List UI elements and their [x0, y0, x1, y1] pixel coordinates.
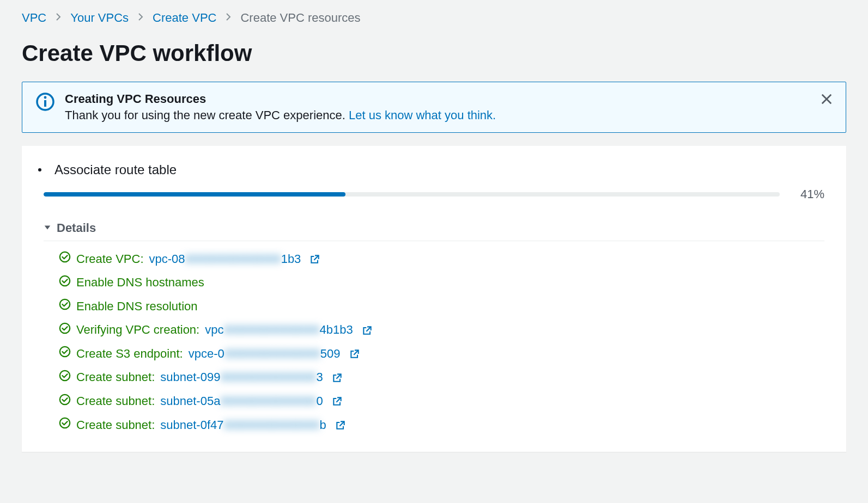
spinner-icon [38, 168, 41, 171]
step-text: Enable DNS resolution [76, 299, 198, 315]
svg-point-6 [60, 323, 70, 333]
chevron-right-icon [54, 13, 63, 24]
resource-link[interactable]: vpc-08XXXXXXXXXXXX1b3 [149, 252, 301, 267]
external-link-icon[interactable] [349, 348, 360, 359]
details-list: Create VPC: vpc-08XXXXXXXXXXXX1b3Enable … [44, 241, 824, 433]
svg-rect-1 [44, 100, 46, 107]
alert-text: Thank you for using the new create VPC e… [65, 108, 833, 122]
step-text: Create subnet: [76, 370, 155, 385]
progress-bar [44, 192, 780, 197]
details-step: Create subnet: subnet-0f47XXXXXXXXXXXXb [59, 417, 824, 433]
step-text: Create subnet: [76, 394, 155, 409]
progress-percent: 41% [792, 187, 824, 201]
breadcrumb: VPC Your VPCs Create VPC Create VPC reso… [22, 11, 846, 25]
svg-point-4 [60, 275, 70, 285]
check-circle-icon [59, 370, 71, 386]
svg-point-7 [60, 347, 70, 357]
svg-point-9 [60, 394, 70, 404]
step-text: Create subnet: [76, 418, 155, 433]
check-circle-icon [59, 322, 71, 339]
details-step: Create subnet: subnet-05aXXXXXXXXXXXX0 [59, 394, 824, 410]
details-step: Create VPC: vpc-08XXXXXXXXXXXX1b3 [59, 251, 824, 267]
check-circle-icon [59, 298, 71, 315]
resource-link[interactable]: subnet-099XXXXXXXXXXXX3 [160, 370, 323, 385]
svg-point-5 [60, 299, 70, 309]
resource-link[interactable]: subnet-0f47XXXXXXXXXXXXb [160, 418, 326, 433]
resource-link[interactable]: vpce-0XXXXXXXXXXXX509 [189, 346, 341, 362]
check-circle-icon [59, 251, 71, 267]
details-header-label: Details [57, 221, 96, 235]
chevron-right-icon [224, 13, 233, 24]
details-step: Create subnet: subnet-099XXXXXXXXXXXX3 [59, 370, 824, 386]
step-text: Create S3 endpoint: [76, 346, 183, 362]
chevron-right-icon [136, 13, 145, 24]
resource-link[interactable]: subnet-05aXXXXXXXXXXXX0 [160, 394, 323, 409]
step-text: Enable DNS hostnames [76, 275, 204, 291]
progress-step-label: Associate route table [54, 162, 177, 177]
step-text: Verifying VPC creation: [76, 322, 199, 338]
alert-title: Creating VPC Resources [65, 92, 833, 106]
svg-point-2 [44, 96, 47, 99]
check-circle-icon [59, 417, 71, 433]
check-circle-icon [59, 275, 71, 291]
alert-text-prefix: Thank you for using the new create VPC e… [65, 108, 349, 122]
breadcrumb-link-your-vpcs[interactable]: Your VPCs [70, 11, 129, 25]
progress-bar-fill [44, 192, 345, 197]
external-link-icon[interactable] [309, 254, 320, 265]
resource-link[interactable]: vpcXXXXXXXXXXXX4b1b3 [205, 322, 353, 338]
svg-point-10 [60, 418, 70, 428]
close-icon [821, 99, 833, 107]
caret-down-icon [44, 224, 51, 233]
step-text: Create VPC: [76, 252, 144, 267]
progress-panel: Associate route table 41% Details Create… [22, 146, 846, 452]
details-toggle[interactable]: Details [44, 221, 824, 241]
details-step: Verifying VPC creation: vpcXXXXXXXXXXXX4… [59, 322, 824, 339]
feedback-link[interactable]: Let us know what you think. [349, 108, 496, 122]
details-step: Create S3 endpoint: vpce-0XXXXXXXXXXXX50… [59, 346, 824, 362]
breadcrumb-link-vpc[interactable]: VPC [22, 11, 46, 25]
check-circle-icon [59, 346, 71, 362]
info-alert: Creating VPC Resources Thank you for usi… [22, 82, 846, 133]
close-button[interactable] [818, 91, 835, 109]
svg-point-8 [60, 371, 70, 381]
external-link-icon[interactable] [332, 396, 343, 407]
breadcrumb-link-create-vpc[interactable]: Create VPC [153, 11, 216, 25]
breadcrumb-current: Create VPC resources [240, 11, 360, 25]
details-step: Enable DNS resolution [59, 298, 824, 315]
external-link-icon[interactable] [335, 420, 346, 431]
details-step: Enable DNS hostnames [59, 275, 824, 291]
external-link-icon[interactable] [362, 325, 373, 336]
info-icon [35, 92, 55, 113]
external-link-icon[interactable] [332, 372, 343, 383]
check-circle-icon [59, 394, 71, 410]
svg-point-3 [60, 252, 70, 262]
page-title: Create VPC workflow [22, 40, 846, 66]
